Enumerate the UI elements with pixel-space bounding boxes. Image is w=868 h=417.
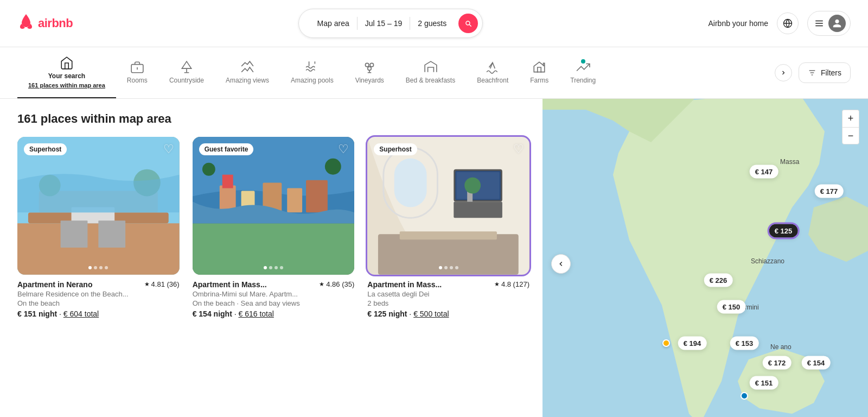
price-pin[interactable]: € 147: [750, 165, 778, 178]
result-count: 161 places within map area: [17, 112, 529, 126]
your-search-sublabel: 161 places within map area: [28, 82, 105, 89]
category-item-vineyards[interactable]: Vineyards: [344, 52, 395, 94]
label-nerano: Ne ano: [770, 343, 792, 351]
zoom-in-button[interactable]: +: [842, 110, 859, 127]
price-pin[interactable]: € 150: [717, 300, 746, 314]
dot-indicator: [99, 266, 103, 269]
svg-rect-32: [454, 201, 503, 218]
dot-indicator: [94, 266, 97, 269]
language-button[interactable]: [777, 12, 799, 34]
category-item-amazing-views[interactable]: Amazing views: [215, 52, 280, 94]
nav-arrow-right[interactable]: [775, 64, 792, 81]
dot-indicator: [439, 266, 442, 269]
listings-grid: Superhost ♡ Apartment in Nerano ★ 4.81 (…: [17, 137, 529, 318]
search-dates[interactable]: Jul 15 – 19: [358, 19, 410, 28]
price-pin[interactable]: € 153: [730, 336, 759, 350]
logo-text: airbnb: [38, 16, 73, 30]
map-panel: MassaTerminiNe anoSchiazzano € 147€ 177€…: [542, 99, 868, 417]
dot-indicator: [105, 266, 108, 269]
listing-title-row: Apartment in Mass... ★ 4.86 (35): [193, 280, 355, 289]
vineyards-label: Vineyards: [355, 77, 384, 84]
price-pin[interactable]: € 194: [678, 336, 707, 350]
svg-rect-28: [394, 159, 427, 207]
price-pin[interactable]: € 151: [750, 376, 778, 389]
dot-indicator: [280, 266, 283, 269]
price-pin[interactable]: € 154: [802, 356, 831, 370]
listing-card[interactable]: Guest favorite ♡ Apartment in Mass... ★ …: [193, 137, 355, 318]
category-item-your-search[interactable]: Your search 161 places within map area: [17, 47, 116, 98]
search-guests[interactable]: 2 guests: [410, 19, 454, 28]
trending-indicator: [581, 59, 585, 64]
category-item-beachfront[interactable]: Beachfront: [466, 52, 519, 94]
image-indicators: [88, 266, 108, 269]
category-item-amazing-pools[interactable]: Amazing pools: [280, 52, 344, 94]
label-massa: Massa: [780, 158, 799, 166]
wishlist-button[interactable]: ♡: [513, 142, 524, 156]
category-item-trending[interactable]: Trending: [559, 52, 607, 94]
listing-price: € 125 night · € 500 total: [367, 309, 529, 318]
svg-point-4: [370, 63, 374, 67]
dot-indicator: [455, 266, 458, 269]
wishlist-button[interactable]: ♡: [163, 142, 174, 156]
category-item-farms[interactable]: Farms: [519, 52, 559, 94]
listing-subtitle-1: La casetta degli Dei: [367, 290, 529, 298]
airbnb-logo-icon: [17, 13, 35, 34]
bed-breakfasts-label: Bed & breakfasts: [406, 77, 455, 84]
category-item-rooms[interactable]: Rooms: [116, 52, 158, 94]
price-pin[interactable]: € 177: [815, 185, 844, 198]
logo[interactable]: airbnb: [17, 13, 73, 34]
user-menu[interactable]: [807, 11, 851, 36]
star-icon: ★: [319, 281, 324, 288]
price-pin[interactable]: € 226: [704, 274, 733, 287]
your-search-icon: [60, 56, 74, 70]
map-zoom-controls: + −: [842, 110, 859, 144]
listing-subtitle-1: Ombrina-Mimi sul Mare. Apartm...: [193, 290, 355, 298]
zoom-out-button[interactable]: −: [842, 127, 859, 144]
svg-rect-19: [222, 175, 233, 188]
listing-price-total: € 500 total: [413, 309, 449, 318]
trending-label: Trending: [570, 77, 596, 84]
price-pin[interactable]: € 172: [763, 356, 792, 370]
wishlist-button[interactable]: ♡: [338, 142, 349, 156]
dot-indicator: [269, 266, 272, 269]
farms-label: Farms: [530, 77, 548, 84]
listing-subtitle-2: On the beach: [17, 299, 180, 307]
listing-rating: ★ 4.86 (35): [319, 280, 354, 288]
your-search-label: Your search: [48, 72, 85, 80]
beachfront-label: Beachfront: [477, 77, 508, 84]
price-pin[interactable]: € 125: [769, 224, 798, 238]
countryside-icon: [180, 60, 194, 74]
listing-subtitle-2: On the beach · Sea and bay views: [193, 299, 355, 307]
listing-image-wrap: Guest favorite ♡: [193, 137, 355, 275]
main-content: 161 places within map area Superhost ♡: [0, 99, 868, 417]
listing-title: Apartment in Mass...: [367, 280, 442, 289]
search-bar[interactable]: Map area Jul 15 – 19 2 guests: [298, 9, 483, 38]
label-schiazzano: Schiazzano: [751, 257, 784, 265]
listing-image: [367, 137, 529, 275]
amazing-views-icon: [240, 60, 254, 74]
rooms-label: Rooms: [127, 77, 148, 84]
filters-label: Filters: [821, 68, 841, 77]
listing-card[interactable]: Superhost ♡ Apartment in Nerano ★ 4.81 (…: [17, 137, 180, 318]
svg-point-34: [465, 178, 481, 194]
dot-indicator: [444, 266, 448, 269]
filters-button[interactable]: Filters: [799, 62, 851, 83]
svg-point-24: [202, 163, 215, 176]
svg-rect-22: [287, 188, 302, 213]
amazing-pools-icon: [305, 60, 319, 74]
category-item-countryside[interactable]: Countryside: [158, 52, 215, 94]
listing-badge: Superhost: [24, 143, 67, 155]
category-item-bed-breakfasts[interactable]: Bed & breakfasts: [395, 52, 466, 94]
map-collapse-button[interactable]: [551, 254, 571, 274]
airbnb-your-home-link[interactable]: Airbnb your home: [708, 19, 768, 28]
listing-title: Apartment in Nerano: [17, 280, 92, 289]
amazing-views-label: Amazing views: [226, 77, 269, 84]
listing-image: [17, 137, 180, 275]
search-button[interactable]: [458, 14, 478, 33]
category-nav: Your search 161 places within map area R…: [0, 47, 868, 99]
svg-point-5: [368, 67, 372, 71]
svg-point-3: [366, 63, 369, 67]
search-location[interactable]: Map area: [310, 19, 357, 28]
listing-card[interactable]: Superhost ♡ Apartment in Mass... ★ 4.8 (…: [367, 137, 529, 318]
star-icon: ★: [144, 281, 150, 288]
